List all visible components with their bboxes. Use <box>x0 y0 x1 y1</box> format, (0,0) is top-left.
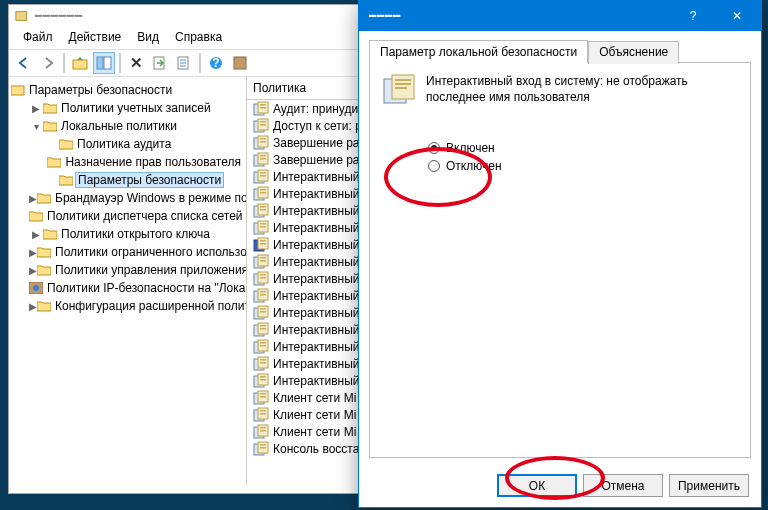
apply-button[interactable]: Применить <box>669 474 749 497</box>
tree-item[interactable]: ▶Политики открытого ключа <box>9 225 246 243</box>
separator <box>119 53 121 73</box>
tree-item[interactable]: Политика аудита <box>9 135 246 153</box>
mmc-title-text: ━━━━━━ <box>35 9 83 23</box>
svg-rect-99 <box>395 83 411 85</box>
up-icon[interactable] <box>69 52 91 74</box>
expand-icon[interactable]: ▶ <box>29 301 37 312</box>
expand-icon[interactable]: ▶ <box>29 229 43 240</box>
radio-disabled[interactable]: Отключен <box>428 159 738 173</box>
tree-item[interactable]: Политики диспетчера списка сетей <box>9 207 246 225</box>
svg-rect-71 <box>260 345 266 347</box>
properties-icon[interactable] <box>173 52 195 74</box>
svg-rect-22 <box>260 138 266 140</box>
policy-label: Интерактивный <box>273 289 360 303</box>
expand-icon[interactable]: ▾ <box>29 121 43 132</box>
ok-button[interactable]: ОК <box>497 474 577 497</box>
tree-label: Брандмауэр Windows в режиме пов <box>54 191 247 205</box>
tree-item[interactable]: Политики IP-безопасности на "Лока <box>9 279 246 297</box>
tree-label: Политики IP-безопасности на "Лока <box>46 281 246 295</box>
policy-label: Интерактивный <box>273 374 360 388</box>
policy-label: Консоль восста <box>273 442 359 456</box>
tree-item[interactable]: ▶Политики учетных записей <box>9 99 246 117</box>
expand-icon[interactable]: ▶ <box>29 103 43 114</box>
policy-label: Аудит: принуди <box>273 102 358 116</box>
tree-item[interactable]: Параметры безопасности <box>9 171 246 189</box>
tree-label: Локальные политики <box>60 119 178 133</box>
policy-label: Доступ к сети: р <box>273 119 362 133</box>
svg-rect-54 <box>260 274 266 276</box>
tree-item[interactable]: ▶Политики ограниченного использо <box>9 243 246 261</box>
radio-icon <box>428 160 440 172</box>
forward-icon[interactable] <box>37 52 59 74</box>
menu-file[interactable]: Файл <box>17 29 59 45</box>
expand-icon[interactable]: ▶ <box>29 247 37 258</box>
svg-rect-63 <box>260 311 266 313</box>
svg-rect-82 <box>260 393 266 395</box>
svg-rect-46 <box>260 240 266 242</box>
policy-label: Интерактивный <box>273 306 360 320</box>
tree-label: Политики диспетчера списка сетей <box>46 209 244 223</box>
svg-rect-86 <box>260 410 266 412</box>
menu-help[interactable]: Справка <box>169 29 228 45</box>
tree-item[interactable]: ▶Политики управления приложения <box>9 261 246 279</box>
help-icon[interactable]: ? <box>205 52 227 74</box>
svg-text:?: ? <box>212 56 219 70</box>
svg-rect-94 <box>260 444 266 446</box>
svg-rect-55 <box>260 277 266 279</box>
svg-rect-2 <box>97 57 103 69</box>
help-button[interactable]: ? <box>671 1 715 31</box>
export-icon[interactable] <box>149 52 171 74</box>
svg-rect-98 <box>395 79 411 81</box>
expand-icon[interactable]: ▶ <box>29 193 37 204</box>
policy-label: Интерактивный <box>273 323 360 337</box>
svg-rect-91 <box>260 430 266 432</box>
svg-rect-30 <box>260 172 266 174</box>
dialog-titlebar[interactable]: ━━━━ ? ✕ <box>359 1 761 31</box>
svg-rect-79 <box>260 379 266 381</box>
radio-label: Включен <box>446 141 495 155</box>
policy-label: Интерактивный <box>273 340 360 354</box>
policy-label: Интерактивный <box>273 357 360 371</box>
svg-rect-67 <box>260 328 266 330</box>
tab-strip: Параметр локальной безопасности Объяснен… <box>369 39 751 62</box>
svg-rect-23 <box>260 141 266 143</box>
svg-rect-35 <box>260 192 266 194</box>
menu-action[interactable]: Действие <box>63 29 128 45</box>
svg-rect-27 <box>260 158 266 160</box>
svg-rect-9 <box>11 86 24 95</box>
policy-label: Клиент сети Mi <box>273 408 356 422</box>
tree-item[interactable]: Назначение прав пользователя <box>9 153 246 171</box>
close-button[interactable]: ✕ <box>715 1 759 31</box>
policy-label: Интерактивный <box>273 187 360 201</box>
policy-label: Интерактивный <box>273 272 360 286</box>
svg-rect-87 <box>260 413 266 415</box>
svg-rect-39 <box>260 209 266 211</box>
tab-local-security[interactable]: Параметр локальной безопасности <box>369 40 588 63</box>
radio-icon <box>428 142 440 154</box>
svg-rect-1 <box>73 60 87 69</box>
tab-explanation[interactable]: Объяснение <box>588 41 679 64</box>
policy-label: Интерактивный <box>273 255 360 269</box>
tree-item[interactable]: ▶Брандмауэр Windows в режиме пов <box>9 189 246 207</box>
cancel-button[interactable]: Отмена <box>583 474 663 497</box>
back-icon[interactable] <box>13 52 35 74</box>
svg-rect-59 <box>260 294 266 296</box>
svg-rect-47 <box>260 243 266 245</box>
menu-view[interactable]: Вид <box>131 29 165 45</box>
refresh-icon[interactable] <box>229 52 251 74</box>
delete-icon[interactable]: ✕ <box>125 52 147 74</box>
tree-pane[interactable]: Параметры безопасности ▶Политики учетных… <box>9 77 247 485</box>
radio-enabled[interactable]: Включен <box>428 141 738 155</box>
tree-item[interactable]: ▶Конфигурация расширенной полит <box>9 297 246 315</box>
tree-label: Параметры безопасности <box>76 173 223 187</box>
policy-label: Интерактивный <box>273 221 360 235</box>
tree-label: Политики учетных записей <box>60 101 212 115</box>
expand-icon[interactable]: ▶ <box>29 265 37 276</box>
policy-label: Завершение ра <box>273 153 360 167</box>
tree-label: Политики открытого ключа <box>60 227 211 241</box>
svg-rect-51 <box>260 260 266 262</box>
svg-rect-100 <box>395 87 407 89</box>
tree-root[interactable]: Параметры безопасности <box>9 81 246 99</box>
show-hide-tree-icon[interactable] <box>93 52 115 74</box>
tree-item[interactable]: ▾Локальные политики <box>9 117 246 135</box>
